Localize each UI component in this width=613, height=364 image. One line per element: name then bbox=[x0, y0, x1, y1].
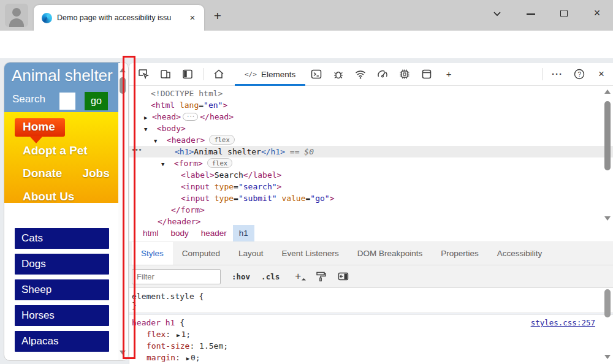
device-emulation-icon[interactable] bbox=[159, 68, 172, 80]
devtools-toolbar: </> Elements + ··· ? × bbox=[129, 63, 613, 86]
flex-badge[interactable]: flex bbox=[207, 158, 232, 168]
toggle-class-button[interactable]: .cls bbox=[261, 272, 280, 281]
tree-node[interactable]: ▼ <body> bbox=[129, 123, 613, 134]
styles-filter-input[interactable] bbox=[132, 269, 221, 284]
tab-layout[interactable]: Layout bbox=[229, 242, 273, 265]
animal-button-sheep[interactable]: Sheep bbox=[15, 279, 109, 300]
collapsed-ellipsis-icon[interactable]: ··· bbox=[183, 113, 198, 121]
tree-node[interactable]: ▼ <form>flex bbox=[129, 157, 613, 169]
scroll-down-arrow-icon[interactable] bbox=[604, 355, 611, 359]
performance-icon[interactable] bbox=[376, 68, 389, 80]
tree-node[interactable]: </form> bbox=[129, 204, 613, 216]
browser-tab[interactable]: Demo page with accessibility issu × bbox=[34, 5, 204, 31]
page-header: Animal shelter Search go bbox=[4, 63, 120, 112]
issues-bug-icon[interactable] bbox=[332, 68, 345, 80]
nav-link-home[interactable]: Home bbox=[15, 118, 65, 137]
tab-computed[interactable]: Computed bbox=[173, 242, 229, 265]
tree-node[interactable]: <input type="search"> bbox=[129, 181, 613, 192]
tree-node[interactable]: <label>Search</label> bbox=[129, 169, 613, 181]
styles-filter-row: :hov .cls + bbox=[129, 265, 613, 288]
window-minimize-button[interactable] bbox=[524, 6, 538, 21]
avatar-body-icon bbox=[9, 18, 24, 27]
stylesheet-source-link[interactable]: styles.css:257 bbox=[531, 317, 595, 328]
nav-link-jobs[interactable]: Jobs bbox=[82, 167, 109, 180]
css-property-font-size[interactable]: font-size: 1.5em; bbox=[129, 340, 613, 352]
page-search-input[interactable] bbox=[59, 93, 75, 110]
css-property-margin[interactable]: margin: ▶0; bbox=[129, 352, 613, 363]
breadcrumb-item-header[interactable]: header bbox=[195, 225, 233, 241]
application-icon[interactable] bbox=[421, 68, 433, 80]
tree-node[interactable]: <!DOCTYPE html> bbox=[129, 88, 613, 99]
tab-accessibility[interactable]: Accessibility bbox=[488, 242, 552, 265]
elements-tree-scrollbar[interactable] bbox=[603, 87, 612, 223]
rendering-brush-icon[interactable] bbox=[314, 270, 327, 282]
memory-cpu-icon[interactable] bbox=[398, 68, 411, 80]
window-chevron-icon[interactable] bbox=[490, 6, 504, 21]
styles-scrollbar-thumb[interactable] bbox=[604, 289, 611, 317]
toolbar-separator bbox=[204, 68, 204, 80]
page-title: Animal shelter bbox=[12, 66, 113, 85]
more-tools-plus-icon[interactable]: + bbox=[443, 68, 455, 80]
go-button[interactable]: go bbox=[85, 92, 108, 110]
element-style-selector[interactable]: element.style { bbox=[132, 292, 204, 301]
elements-tree[interactable]: <!DOCTYPE html><html lang="en">▶<head>··… bbox=[129, 86, 613, 225]
annotation-red-rectangle bbox=[123, 56, 135, 359]
expand-arrow-icon[interactable]: ▶ bbox=[185, 355, 191, 362]
tab-close-icon[interactable]: × bbox=[187, 12, 198, 23]
breadcrumb-item-html[interactable]: html bbox=[137, 225, 165, 241]
animal-button-list: CatsDogsSheepHorsesAlpacas bbox=[15, 228, 109, 357]
breadcrumb-item-h1[interactable]: h1 bbox=[233, 225, 254, 241]
animal-button-horses[interactable]: Horses bbox=[15, 305, 109, 326]
css-property-flex[interactable]: flex: ▶1; bbox=[129, 328, 613, 340]
tree-node-selected[interactable]: •••<h1>Animal shelter</h1> == $0 bbox=[129, 146, 613, 157]
tab-styles[interactable]: Styles bbox=[132, 242, 173, 265]
dom-breadcrumb: htmlbodyheaderh1 bbox=[129, 225, 613, 242]
tab-title: Demo page with accessibility issu bbox=[57, 13, 205, 23]
tab-strip: Demo page with accessibility issu × + × bbox=[0, 0, 613, 31]
animal-button-alpacas[interactable]: Alpacas bbox=[15, 331, 109, 352]
flex-badge[interactable]: flex bbox=[209, 135, 234, 145]
dock-side-icon[interactable] bbox=[181, 68, 194, 80]
styles-scrollbar[interactable] bbox=[603, 288, 612, 363]
breadcrumb-item-body[interactable]: body bbox=[165, 225, 195, 241]
nav-link-about[interactable]: About Us bbox=[23, 190, 74, 203]
tree-node[interactable]: ▶<head>···</head> bbox=[129, 111, 613, 123]
toggle-hover-button[interactable]: :hov bbox=[232, 272, 250, 281]
help-icon[interactable]: ? bbox=[573, 68, 585, 80]
nav-link-donate[interactable]: Donate bbox=[23, 167, 62, 180]
animal-button-dogs[interactable]: Dogs bbox=[15, 254, 109, 275]
scroll-up-arrow-icon[interactable] bbox=[604, 89, 611, 94]
css-rule-selector[interactable]: header h1 bbox=[132, 318, 175, 327]
customize-devtools-icon[interactable]: ··· bbox=[551, 68, 563, 80]
tab-properties[interactable]: Properties bbox=[432, 242, 488, 265]
scroll-down-arrow-icon[interactable] bbox=[604, 216, 611, 221]
address-bar-row: ← microsoftedge.github.io/Demos/devtools… bbox=[0, 31, 613, 58]
tree-node[interactable]: <input type="submit" value="go"> bbox=[129, 192, 613, 204]
styles-pane[interactable]: element.style { } header h1 { styles.css… bbox=[129, 288, 613, 364]
tab-event-listeners[interactable]: Event Listeners bbox=[273, 242, 348, 265]
expand-arrow-icon[interactable]: ▶ bbox=[175, 332, 181, 338]
console-icon[interactable] bbox=[310, 68, 322, 80]
avatar-head-icon bbox=[12, 8, 21, 17]
new-tab-button[interactable]: + bbox=[211, 10, 224, 23]
tab-dom-breakpoints[interactable]: DOM Breakpoints bbox=[348, 242, 432, 265]
tree-node[interactable]: ▼ <header>flex bbox=[129, 134, 613, 146]
close-devtools-icon[interactable]: × bbox=[595, 68, 607, 80]
tree-scrollbar-thumb[interactable] bbox=[604, 101, 611, 170]
computed-sidebar-toggle-icon[interactable] bbox=[337, 270, 349, 282]
page-nav: Home Adopt a Pet Donate Jobs About Us bbox=[4, 112, 120, 203]
network-icon[interactable] bbox=[354, 68, 367, 80]
home-icon[interactable] bbox=[213, 68, 225, 80]
styles-sidebar-tabs: StylesComputedLayoutEvent ListenersDOM B… bbox=[129, 242, 613, 265]
profile-avatar[interactable] bbox=[5, 4, 28, 27]
window-close-button[interactable]: × bbox=[590, 6, 604, 21]
inspect-icon[interactable] bbox=[137, 68, 150, 80]
new-style-rule-button[interactable]: + bbox=[292, 270, 304, 282]
window-maximize-button[interactable] bbox=[557, 6, 571, 21]
nav-link-adopt[interactable]: Adopt a Pet bbox=[23, 144, 88, 157]
animal-button-cats[interactable]: Cats bbox=[15, 228, 109, 249]
edge-favicon-icon bbox=[42, 13, 52, 23]
tab-elements[interactable]: </> Elements bbox=[235, 63, 305, 86]
tree-node[interactable]: <html lang="en"> bbox=[129, 99, 613, 111]
search-label: Search bbox=[12, 93, 45, 105]
